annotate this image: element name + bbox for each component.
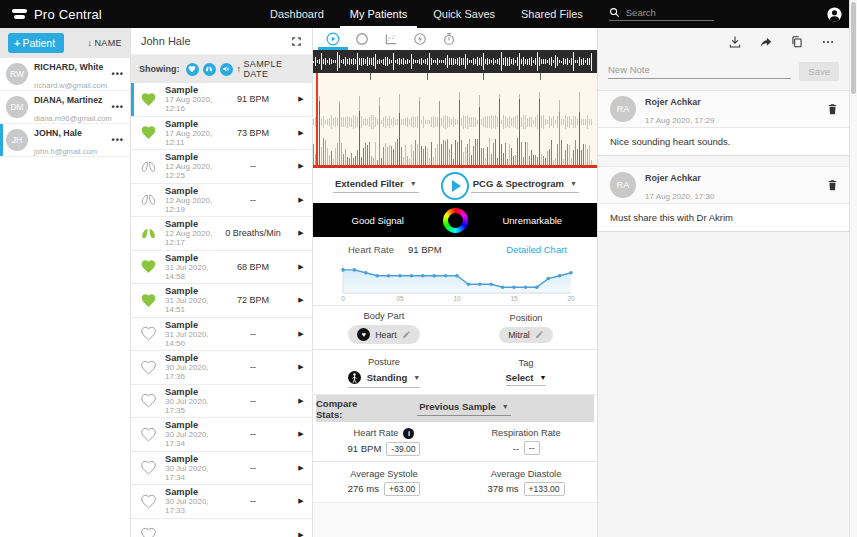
scrollbar-handle[interactable] [851,2,856,94]
sample-row[interactable]: Sample 17 Aug 2020, 12:16 91 BPM ▶ [131,83,312,117]
save-note-button[interactable]: Save [799,62,839,81]
stethoscope-logo-icon [12,8,27,20]
sample-row[interactable]: Sample 31 Jul 2020, 14:51 72 BPM ▶ [131,284,312,318]
more-options-icon[interactable]: ••• [112,102,124,112]
sample-date: 30 Jul 2020, 17:35 [165,397,216,415]
posture-tag-section: Posture Standing ▼ Tag Select ▼ [313,350,597,395]
copy-icon[interactable] [790,35,804,49]
sample-value: -- [216,161,290,171]
nav-item-quick-saves[interactable]: Quick Saves [433,0,495,28]
delete-note-icon[interactable] [828,103,837,115]
more-options-icon[interactable]: ••• [112,69,124,79]
tag-select-dropdown[interactable]: Select ▼ [506,372,547,386]
app-brand[interactable]: Pro Central [12,7,102,22]
sample-title: Sample [165,186,216,196]
heart-outline-icon [131,494,165,509]
lungs-outline-icon [131,192,165,207]
sample-value: 91 BPM [216,94,290,104]
new-note-row: Save [598,56,849,86]
body-part-pill[interactable]: ♥ Heart [348,325,420,344]
sample-row[interactable]: Sample 12 Aug 2020, 12:25 -- ▶ [131,150,312,184]
chevron-right-icon: ▶ [290,162,312,170]
filter-lungs-icon[interactable] [203,63,216,76]
tab-gauge-icon[interactable] [413,28,427,50]
analysis-ring-icon[interactable] [443,208,468,233]
heart-rate-row: Heart Rate 91 BPM Detailed Chart [313,237,597,262]
play-button[interactable] [441,172,469,200]
sample-value: -- [216,195,290,205]
stat-average-diastole: Average Diastole 378 ms +133.00 [455,462,597,502]
pcg-spectrogram-view[interactable] [313,73,597,168]
filter-heart-icon[interactable] [186,63,199,76]
sample-row[interactable]: Sample 30 Jul 2020, 17:36 -- ▶ [131,351,312,385]
fullscreen-icon[interactable] [291,36,302,47]
position-pill[interactable]: Mitral [499,327,553,343]
chevron-right-icon: ▶ [290,229,312,237]
sample-value: 72 BPM [216,295,290,305]
filter-icons [186,63,233,76]
heart-rate-trend-chart: 005101520 [313,262,597,305]
playhead-cursor[interactable] [316,73,318,168]
nav-item-dashboard[interactable]: Dashboard [270,0,324,28]
tab-stopwatch-icon[interactable] [442,28,456,50]
compare-source-dropdown[interactable]: Previous Sample▼ [417,401,511,416]
download-icon[interactable] [728,35,742,49]
delete-note-icon[interactable] [828,179,837,191]
stat-delta: -- [524,441,540,455]
sample-row[interactable]: Sample 12 Aug 2020, 12:17 0 Breaths/Min … [131,217,312,251]
assessment-label: Unremarkable [468,215,598,226]
sample-value: 73 BPM [216,128,290,138]
filter-audio-icon[interactable] [220,63,233,76]
arrow-down-icon: ↓ [87,38,92,48]
tag-label: Tag [519,358,534,368]
more-icon[interactable] [821,35,835,49]
more-options-icon[interactable]: ••• [112,135,124,145]
plus-icon: + [14,38,20,49]
sample-date: 17 Aug 2020, 12:16 [165,95,216,113]
sample-row[interactable]: Sample 30 Jul 2020, 17:34 -- ▶ [131,452,312,486]
account-avatar-icon[interactable] [826,6,843,23]
posture-dropdown[interactable]: Standing ▼ [348,371,421,388]
nav-item-shared-files[interactable]: Shared Files [521,0,583,28]
tab-chart-icon[interactable] [384,28,398,50]
info-icon[interactable]: i [403,428,414,439]
sort-by-name[interactable]: ↓ NAME [87,38,122,48]
avatar: JH [6,129,28,151]
nav-item-my-patients[interactable]: My Patients [350,0,407,28]
notes-list: RA Rojer Achkar 17 Aug 2020, 17:29 Nice … [598,90,849,238]
note-author: Rojer Achkar [645,173,701,183]
brand-title: Pro Central [34,7,102,22]
heart-icon: ♥ [357,328,370,341]
audio-overview-waveform[interactable] [313,50,597,73]
patient-row-richard-white[interactable]: RW RICHARD, White richard.w@gmail.com ••… [0,58,130,91]
extended-filter-dropdown[interactable]: Extended Filter▼ [333,178,419,193]
share-icon[interactable] [759,35,773,49]
sample-row[interactable]: Sample 31 Jul 2020, 14:58 68 BPM ▶ [131,251,312,285]
view-mode-dropdown[interactable]: PCG & Spectrogram▼ [471,178,579,193]
svg-text:15: 15 [510,295,518,302]
add-patient-button[interactable]: +Patient [8,33,64,53]
search-input[interactable] [626,7,714,18]
lungs-outline-icon [131,159,165,174]
detailed-chart-link[interactable]: Detailed Chart [506,244,567,255]
sample-row[interactable]: ▶ [131,519,312,537]
sample-row[interactable]: Sample 30 Jul 2020, 17:33 -- ▶ [131,485,312,519]
heart-outline-icon [131,527,165,537]
sample-row[interactable]: Sample 17 Aug 2020, 12:11 73 BPM ▶ [131,117,312,151]
patient-row-john-hale[interactable]: JH JOHN, Hale john.h@gmail.com ••• [0,124,130,157]
tab-play-circle-icon[interactable] [326,28,340,50]
new-note-input[interactable] [608,64,791,79]
sample-date: 30 Jul 2020, 17:34 [165,430,216,448]
sample-row[interactable]: Sample 30 Jul 2020, 17:35 -- ▶ [131,385,312,419]
tab-record-circle-icon[interactable] [355,28,369,50]
sample-title: Sample [165,420,216,430]
sort-by-sample-date[interactable]: ↑ SAMPLE DATE [237,59,305,79]
sample-row[interactable]: Sample 30 Jul 2020, 17:34 -- ▶ [131,418,312,452]
sample-row[interactable]: Sample 12 Aug 2020, 12:19 -- ▶ [131,184,312,218]
page-scrollbar[interactable] [849,0,857,537]
patient-row-diana-martinez[interactable]: DM DIANA, Martinez diana.m96@gmail.com •… [0,91,130,124]
sample-row[interactable]: Sample 31 Jul 2020, 14:50 -- ▶ [131,318,312,352]
nav-items: DashboardMy PatientsQuick SavesShared Fi… [270,0,583,28]
svg-text:10: 10 [453,295,461,302]
heart-filled-icon [131,92,165,107]
